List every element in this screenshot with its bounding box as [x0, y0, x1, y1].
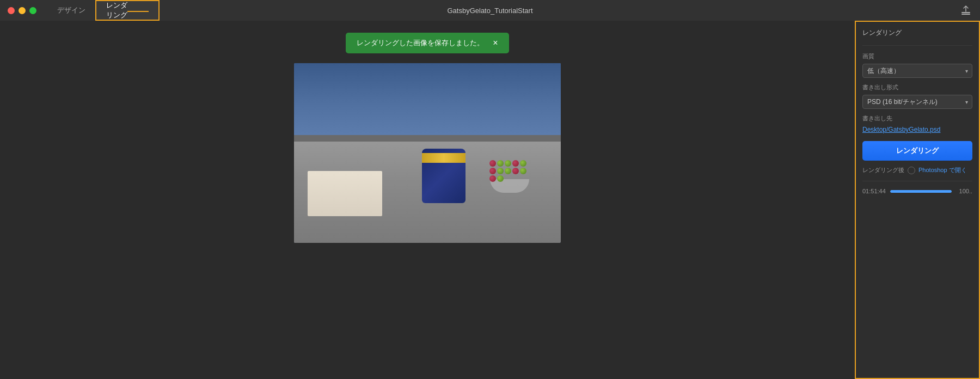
grapes-bowl — [485, 160, 534, 193]
svg-rect-1 — [961, 14, 970, 15]
format-field-group: 書き出し形式 PSD (16 bit/チャンネル)PSD (8 bit/チャンネ… — [862, 83, 972, 109]
grape — [520, 160, 526, 167]
quality-label: 画質 — [862, 52, 972, 60]
divider-2 — [862, 181, 972, 181]
curtain-bg — [294, 63, 561, 144]
titlebar-actions — [960, 5, 980, 16]
output-field-group: 書き出し先 Desktop/GatsbyGelato.psd — [862, 114, 972, 133]
titlebar: デザイン レンダリング GatsbyGelato_TutorialStart — [0, 0, 980, 21]
after-render-label: レンダリング後 — [862, 166, 904, 174]
format-select-wrapper: PSD (16 bit/チャンネル)PSD (8 bit/チャンネル)PNGJP… — [862, 95, 972, 109]
export-icon[interactable] — [960, 5, 971, 16]
grape — [505, 168, 511, 174]
tab-render[interactable]: レンダリング — [95, 0, 160, 21]
drawer — [308, 171, 382, 216]
output-label: 書き出し先 — [862, 114, 972, 123]
grape — [497, 175, 504, 182]
svg-rect-0 — [961, 12, 970, 13]
quality-select[interactable]: 低（高速）中高（低速） — [862, 64, 972, 78]
grape — [512, 168, 519, 174]
close-button[interactable] — [8, 7, 15, 14]
grape — [505, 160, 511, 167]
grape — [497, 160, 504, 167]
progress-bar-track — [890, 190, 952, 193]
output-path[interactable]: Desktop/GatsbyGelato.psd — [862, 126, 972, 133]
progress-bar-fill — [890, 190, 952, 193]
after-render-row: レンダリング後 Photoshop で開く — [862, 166, 972, 174]
banner-message: レンダリングした画像を保存しました。 — [357, 38, 484, 48]
grape — [512, 160, 519, 167]
preview-image — [294, 63, 561, 243]
grape — [489, 168, 496, 174]
grape — [520, 168, 526, 174]
main-layout: レンダリングした画像を保存しました。 × — [0, 21, 980, 379]
quality-select-wrapper: 低（高速）中高（低速） ▾ — [862, 64, 972, 78]
render-button[interactable]: レンダリング — [862, 141, 972, 161]
banner-close-button[interactable]: × — [493, 39, 498, 47]
success-banner: レンダリングした画像を保存しました。 × — [346, 33, 509, 53]
progress-percent: 100.. — [956, 188, 972, 194]
grape — [497, 168, 504, 174]
grapes-cluster — [488, 158, 532, 183]
grape — [489, 175, 496, 182]
gatsby-can — [422, 149, 465, 203]
right-panel: レンダリング 画質 低（高速）中高（低速） ▾ 書き出し形式 PSD (16 b… — [855, 21, 980, 379]
minimize-button[interactable] — [19, 7, 26, 14]
photoshop-open-link[interactable]: Photoshop で開く — [918, 166, 967, 174]
format-label: 書き出し形式 — [862, 83, 972, 91]
progress-row: 01:51:44 100.. — [862, 188, 972, 194]
quality-field-group: 画質 低（高速）中高（低速） ▾ — [862, 52, 972, 78]
titlebar-tabs: デザイン レンダリング — [47, 0, 160, 21]
preview-container — [294, 63, 561, 243]
tab-design[interactable]: デザイン — [47, 0, 95, 21]
format-select[interactable]: PSD (16 bit/チャンネル)PSD (8 bit/チャンネル)PNGJP… — [862, 95, 972, 109]
content-area: レンダリングした画像を保存しました。 × — [0, 21, 855, 379]
traffic-lights — [0, 7, 36, 14]
photoshop-checkbox[interactable] — [908, 167, 915, 174]
divider — [862, 45, 972, 46]
progress-time: 01:51:44 — [862, 188, 886, 194]
grape — [489, 160, 496, 167]
panel-section-title: レンダリング — [862, 28, 972, 38]
maximize-button[interactable] — [29, 7, 36, 14]
window-title: GatsbyGelato_TutorialStart — [447, 7, 532, 15]
